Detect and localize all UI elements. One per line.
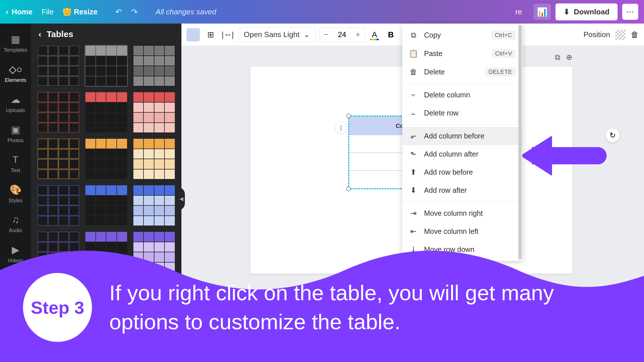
redo-button[interactable]: ↷ xyxy=(131,7,138,17)
table-style-gray-header[interactable] xyxy=(85,45,128,87)
add-column-before-icon: ⬐ xyxy=(409,132,418,140)
spacing-button[interactable]: |↔| xyxy=(221,28,234,41)
menu-add-column-before[interactable]: ⬐ Add column before xyxy=(402,127,522,145)
table-style-orange-outline[interactable] xyxy=(37,138,80,180)
menu-divider xyxy=(402,202,522,202)
resize-handle-tl[interactable] xyxy=(346,113,351,118)
add-row-after-icon: ⬇ xyxy=(409,186,418,195)
resize-handle-bl[interactable] xyxy=(346,187,351,191)
tutorial-overlay: Step 3 If you right click on the table, … xyxy=(0,236,644,362)
table-options-button[interactable]: ⋮ xyxy=(335,122,347,134)
table-style-blue-alt[interactable] xyxy=(133,184,176,226)
delete-column-icon: ⫟ xyxy=(409,90,418,99)
download-button[interactable]: ⬇ Download xyxy=(555,3,618,20)
rail-uploads[interactable]: ☁Uploads xyxy=(0,90,31,118)
menu-paste[interactable]: 📋 Paste Ctrl+V xyxy=(402,44,522,63)
transparency-button[interactable] xyxy=(615,30,626,40)
table-style-red-alt[interactable] xyxy=(133,91,176,133)
table-style-gray-alt[interactable] xyxy=(133,45,176,87)
duplicate-page-icon[interactable]: ⧉ xyxy=(555,53,560,62)
photos-icon: ▣ xyxy=(11,124,20,135)
refresh-button[interactable]: ↻ xyxy=(606,128,620,142)
resize-button[interactable]: 👑 Resize xyxy=(63,7,97,16)
table-style-blue-outline[interactable] xyxy=(37,184,80,226)
more-button[interactable]: ⋯ xyxy=(622,4,638,20)
color-bar xyxy=(370,39,379,40)
top-bar-right: re 📊 ⬇ Download ⋯ xyxy=(509,3,638,20)
trash-icon: 🗑 xyxy=(409,68,418,76)
rail-text[interactable]: TText xyxy=(0,150,31,178)
menu-add-row-after[interactable]: ⬇ Add row after xyxy=(402,181,522,199)
menu-add-column-after[interactable]: ⬑ Add column after xyxy=(402,145,522,163)
ellipsis-icon: ⋯ xyxy=(626,7,634,16)
panel-header: ‹ Tables xyxy=(31,24,181,45)
step-badge: Step 3 xyxy=(23,273,92,342)
font-family-select[interactable]: Open Sans Light ⌄ xyxy=(238,27,315,42)
menu-shortcut: Ctrl+V xyxy=(492,49,515,58)
menu-delete-column[interactable]: ⫟ Delete column xyxy=(402,86,522,104)
copy-icon: ⧉ xyxy=(409,31,418,40)
table-style-gray-outline[interactable] xyxy=(37,45,80,87)
table-style-orange-alt[interactable] xyxy=(133,138,176,180)
panel-title: Tables xyxy=(47,29,73,39)
menu-label: Copy xyxy=(424,31,441,39)
templates-icon: ▦ xyxy=(11,33,20,45)
text-color-button[interactable]: A xyxy=(369,28,380,42)
table-style-red-header[interactable] xyxy=(85,91,128,133)
menu-label: Move column right xyxy=(424,209,483,217)
rail-styles[interactable]: 🎨Styles xyxy=(0,180,31,208)
menu-scrollbar[interactable] xyxy=(518,25,522,260)
menu-shortcut: DELETE xyxy=(485,67,515,76)
rail-templates[interactable]: ▦Templates xyxy=(0,29,31,57)
rail-photos[interactable]: ▣Photos xyxy=(0,120,31,148)
download-icon: ⬇ xyxy=(564,7,570,16)
delete-row-icon: ⫠ xyxy=(409,109,418,118)
chevron-down-icon: ⌄ xyxy=(304,30,310,39)
download-label: Download xyxy=(574,7,610,16)
font-name: Open Sans Light xyxy=(244,30,300,39)
font-size-value[interactable]: 24 xyxy=(333,30,351,39)
menu-label: Add row after xyxy=(424,186,467,195)
menu-label: Add column after xyxy=(424,150,478,158)
menu-label: Add column before xyxy=(424,132,484,140)
save-status: All changes saved xyxy=(156,7,216,16)
undo-button[interactable]: ↶ xyxy=(115,7,122,17)
menu-delete[interactable]: 🗑 Delete DELETE xyxy=(402,63,522,81)
chevron-left-icon: ‹ xyxy=(6,7,8,16)
add-page-icon[interactable]: ⊕ xyxy=(566,53,572,62)
rail-elements[interactable]: ◇○Elements xyxy=(0,59,31,87)
menu-label: Move column left xyxy=(424,227,478,236)
menu-add-row-before[interactable]: ⬆ Add row before xyxy=(402,163,522,181)
fill-color-swatch[interactable] xyxy=(187,28,200,41)
elements-icon: ◇○ xyxy=(9,63,22,75)
styles-icon: 🎨 xyxy=(9,184,22,195)
table-style-blue-header[interactable] xyxy=(85,184,128,226)
context-menu: ⧉ Copy Ctrl+C 📋 Paste Ctrl+V 🗑 Delete DE… xyxy=(402,24,522,261)
border-style-button[interactable]: ⊞ xyxy=(204,28,217,41)
paste-icon: 📋 xyxy=(409,49,418,58)
page-icons: ⧉ ⊕ xyxy=(555,53,572,62)
insights-button[interactable]: 📊 xyxy=(534,4,551,20)
panel-collapse-button[interactable]: ◀ xyxy=(178,187,185,210)
share-button[interactable]: re xyxy=(509,5,529,19)
bold-button[interactable]: B xyxy=(384,30,398,39)
refresh-icon: ↻ xyxy=(610,131,616,140)
add-column-after-icon: ⬑ xyxy=(409,150,418,159)
chart-icon: 📊 xyxy=(537,7,547,17)
menu-copy[interactable]: ⧉ Copy Ctrl+C xyxy=(402,26,522,44)
menu-delete-row[interactable]: ⫠ Delete row xyxy=(402,104,522,122)
menu-move-column-right[interactable]: ⇥ Move column right xyxy=(402,204,522,222)
undo-redo-group: ↶ ↷ xyxy=(115,7,138,17)
table-style-orange-header[interactable] xyxy=(85,138,128,180)
delete-button[interactable]: 🗑 xyxy=(631,30,639,39)
rail-audio[interactable]: ♫Audio xyxy=(0,210,31,238)
table-style-red-outline[interactable] xyxy=(37,91,80,133)
font-size-increase[interactable]: + xyxy=(351,28,365,42)
position-button[interactable]: Position xyxy=(584,30,610,39)
font-size-decrease[interactable]: − xyxy=(320,28,333,42)
back-icon[interactable]: ‹ xyxy=(39,29,41,39)
menu-label: Paste xyxy=(424,49,442,58)
home-button[interactable]: ‹ Home xyxy=(6,7,32,16)
file-button[interactable]: File xyxy=(42,7,54,16)
top-bar: ‹ Home File 👑 Resize ↶ ↷ All changes sav… xyxy=(0,0,644,24)
